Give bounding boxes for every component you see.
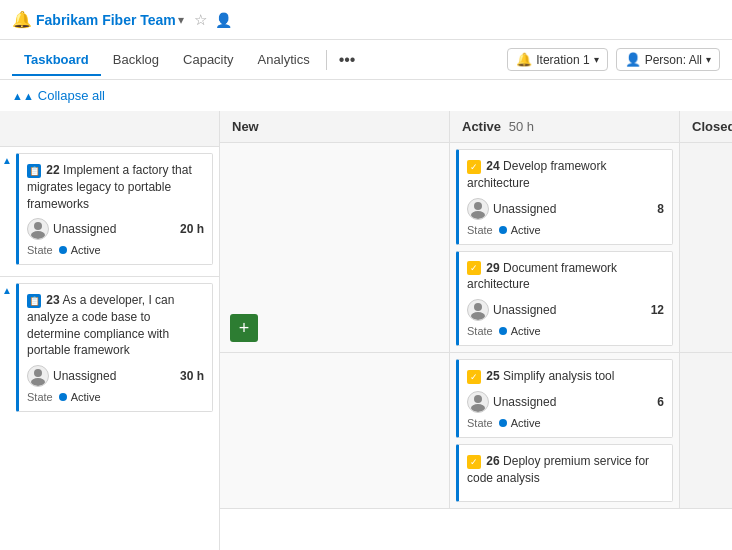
card-23-user: Unassigned: [53, 369, 176, 383]
col-new-label: New: [232, 119, 259, 134]
card-25-hours: 6: [657, 395, 664, 409]
top-bar: 🔔 Fabrikam Fiber Team ▾ ☆ 👤: [0, 0, 732, 40]
star-icon[interactable]: ☆: [194, 11, 207, 29]
task-card-26: ✓ 26 Deploy premium service for code ana…: [456, 444, 673, 502]
person-add-icon[interactable]: 👤: [215, 12, 232, 28]
task-badge-29: ✓: [467, 261, 481, 275]
rows-area: + ✓ 24 Develop framework architecture: [220, 143, 732, 550]
card-29-hours: 12: [651, 303, 664, 317]
svg-point-3: [31, 378, 45, 386]
tab-taskboard[interactable]: Taskboard: [12, 44, 101, 75]
col-active-hours: 50 h: [509, 119, 534, 134]
iteration-selector[interactable]: 🔔 Iteration 1 ▾: [507, 48, 607, 71]
card-23-title: 📋 23 As a developer, I can analyze a cod…: [27, 292, 204, 359]
row2-new-col: [220, 353, 450, 507]
card-25-avatar: [467, 391, 489, 413]
person-filter[interactable]: 👤 Person: All ▾: [616, 48, 720, 71]
card-22-id: 22: [46, 163, 59, 177]
row2-active-col: ✓ 25 Simplify analysis tool: [450, 353, 680, 507]
svg-point-4: [474, 202, 482, 210]
nav-tabs: Taskboard Backlog Capacity Analytics •••…: [0, 40, 732, 80]
row2-closed-col: [680, 353, 732, 507]
svg-point-9: [471, 404, 485, 412]
card-29-id: 29: [486, 261, 499, 275]
card-23-state-label: State: [27, 391, 53, 403]
col-header-closed: Closed: [680, 111, 732, 142]
story-row-1: ▲ 📋 22 Implement a factory that migrates…: [0, 147, 219, 277]
card-23-hours: 30 h: [180, 369, 204, 383]
story-card-23: 📋 23 As a developer, I can analyze a cod…: [16, 283, 213, 412]
team-chevron-icon[interactable]: ▾: [178, 13, 184, 27]
team-name[interactable]: Fabrikam Fiber Team: [36, 12, 176, 28]
collapse-icon: ▲▲: [12, 90, 34, 102]
card-25-footer: Unassigned 6: [467, 391, 664, 413]
story-row-2: ▲ 📋 23 As a developer, I can analyze a c…: [0, 277, 219, 427]
task-card-25: ✓ 25 Simplify analysis tool: [456, 359, 673, 438]
row1-new-col: +: [220, 143, 450, 352]
card-25-id: 25: [486, 369, 499, 383]
card-25-state-row: State Active: [467, 417, 664, 429]
board-grid: ▲ 📋 22 Implement a factory that migrates…: [0, 111, 732, 550]
card-26-title: ✓ 26 Deploy premium service for code ana…: [467, 453, 664, 487]
row1-expand-icon[interactable]: ▲: [2, 155, 12, 166]
avatar-25-icon: [468, 392, 488, 412]
iteration-label: Iteration 1: [536, 53, 589, 67]
card-25-state-value: Active: [511, 417, 541, 429]
card-24-title: ✓ 24 Develop framework architecture: [467, 158, 664, 192]
card-29-footer: Unassigned 12: [467, 299, 664, 321]
card-23-footer: Unassigned 30 h: [27, 365, 204, 387]
iteration-chevron-icon: ▾: [594, 54, 599, 65]
collapse-label: Collapse all: [38, 88, 105, 103]
task-badge-24: ✓: [467, 160, 481, 174]
card-23-state-dot: [59, 393, 67, 401]
svg-point-8: [474, 395, 482, 403]
card-24-id: 24: [486, 159, 499, 173]
card-22-state-dot: [59, 246, 67, 254]
card-29-avatar: [467, 299, 489, 321]
card-23-state-value: Active: [71, 391, 101, 403]
card-24-hours: 8: [657, 202, 664, 216]
tab-analytics[interactable]: Analytics: [246, 44, 322, 75]
column-headers: New Active 50 h Closed: [220, 111, 732, 143]
card-25-user: Unassigned: [493, 395, 653, 409]
add-card-button-row1[interactable]: +: [230, 314, 258, 342]
card-22-hours: 20 h: [180, 222, 204, 236]
svg-point-2: [34, 369, 42, 377]
col-header-active: Active 50 h: [450, 111, 680, 142]
tab-backlog[interactable]: Backlog: [101, 44, 171, 75]
card-22-title: 📋 22 Implement a factory that migrates l…: [27, 162, 204, 212]
nav-divider: [326, 50, 327, 70]
card-26-id: 26: [486, 454, 499, 468]
bell-icon: 🔔: [516, 52, 532, 67]
card-29-state-value: Active: [511, 325, 541, 337]
task-card-24: ✓ 24 Develop framework architecture: [456, 149, 673, 245]
card-29-user: Unassigned: [493, 303, 647, 317]
card-23-avatar: [27, 365, 49, 387]
stories-column-header: [0, 111, 219, 147]
card-22-avatar: [27, 218, 49, 240]
story-badge-22: 📋: [27, 164, 41, 178]
right-columns: New Active 50 h Closed +: [220, 111, 732, 550]
card-24-avatar: [467, 198, 489, 220]
svg-point-1: [31, 231, 45, 239]
person-filter-chevron-icon: ▾: [706, 54, 711, 65]
card-23-id: 23: [46, 293, 59, 307]
card-22-user: Unassigned: [53, 222, 176, 236]
person-filter-icon: 👤: [625, 52, 641, 67]
person-filter-label: Person: All: [645, 53, 702, 67]
svg-point-0: [34, 222, 42, 230]
row1-active-col: ✓ 24 Develop framework architecture: [450, 143, 680, 352]
row2-expand-icon[interactable]: ▲: [2, 285, 12, 296]
task-badge-26: ✓: [467, 455, 481, 469]
tab-capacity[interactable]: Capacity: [171, 44, 246, 75]
collapse-all-button[interactable]: ▲▲ Collapse all: [12, 88, 105, 103]
card-24-state-value: Active: [511, 224, 541, 236]
card-24-footer: Unassigned 8: [467, 198, 664, 220]
col-active-label: Active: [462, 119, 501, 134]
task-card-29: ✓ 29 Document framework architecture: [456, 251, 673, 347]
card-22-footer: Unassigned 20 h: [27, 218, 204, 240]
card-22-state-row: State Active: [27, 244, 204, 256]
stories-column: ▲ 📋 22 Implement a factory that migrates…: [0, 111, 220, 550]
svg-point-7: [471, 312, 485, 320]
more-options-button[interactable]: •••: [331, 47, 364, 73]
